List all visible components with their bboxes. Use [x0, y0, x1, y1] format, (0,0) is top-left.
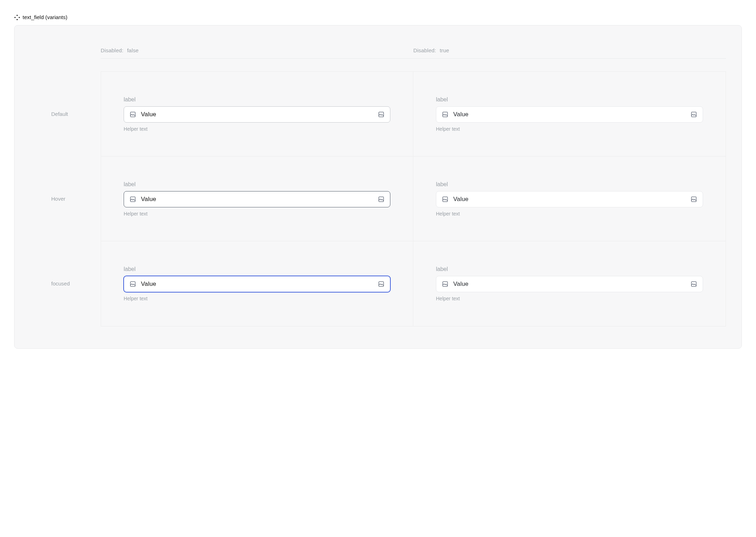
leading-image-icon: [130, 281, 136, 287]
leading-image-icon: [130, 196, 136, 202]
text-field-input: Value: [436, 191, 703, 207]
variant-cell: label Value Helper text: [413, 72, 726, 157]
variants-grid: label Value Helper text label: [101, 71, 726, 326]
column-headers: Disabled false Disabled true: [101, 47, 726, 59]
variant-cell: label Value Helper text: [101, 241, 413, 326]
row-header-label: focused: [51, 281, 70, 287]
text-field-helper: Helper text: [124, 211, 390, 217]
leading-image-icon: [442, 281, 448, 287]
column-header-disabled-false: Disabled false: [101, 47, 413, 53]
text-field-helper: Helper text: [436, 211, 703, 217]
column-property-value: true: [440, 47, 449, 53]
text-field-value: Value: [453, 281, 686, 288]
text-field-helper: Helper text: [436, 126, 703, 132]
text-field-value: Value: [141, 111, 373, 118]
svg-rect-1: [14, 17, 16, 18]
column-header-disabled-true: Disabled true: [413, 47, 726, 53]
text-field-value: Value: [141, 281, 373, 288]
row-header-hover: Hover: [30, 156, 101, 241]
trailing-image-icon: [378, 111, 384, 118]
variant-cell: label Value Helper text: [413, 241, 726, 326]
trailing-image-icon: [378, 281, 384, 287]
trailing-image-icon: [691, 281, 697, 287]
component-name: text_field (variants): [23, 14, 67, 20]
row-header-label: Default: [51, 111, 68, 117]
leading-image-icon: [442, 196, 448, 202]
row-header-label: Hover: [51, 196, 65, 202]
text-field-value: Value: [453, 111, 686, 118]
text-field-label: label: [436, 181, 703, 188]
trailing-image-icon: [691, 196, 697, 202]
leading-image-icon: [442, 111, 448, 118]
text-field-label: label: [124, 181, 390, 188]
leading-image-icon: [130, 111, 136, 118]
text-field-input[interactable]: Value: [124, 106, 390, 123]
row-header-default: Default: [30, 71, 101, 156]
variant-cell: label Value Helper text: [101, 72, 413, 157]
row-headers: Default Hover focused: [30, 71, 101, 326]
text-field-input[interactable]: Value: [124, 276, 390, 292]
variants-canvas: Disabled false Disabled true Default Hov…: [14, 25, 742, 349]
text-field-value: Value: [453, 196, 686, 203]
column-property-value: false: [127, 47, 139, 53]
text-field-label: label: [436, 266, 703, 272]
text-field-input[interactable]: Value: [124, 191, 390, 207]
variants-icon: [14, 14, 20, 20]
svg-rect-3: [16, 19, 18, 20]
column-property-name: Disabled: [413, 47, 436, 53]
column-property-name: Disabled: [101, 47, 123, 53]
text-field-label: label: [436, 96, 703, 103]
text-field-helper: Helper text: [124, 296, 390, 301]
text-field-value: Value: [141, 196, 373, 203]
text-field-helper: Helper text: [124, 126, 390, 132]
component-frame-header: text_field (variants): [14, 14, 742, 20]
trailing-image-icon: [691, 111, 697, 118]
trailing-image-icon: [378, 196, 384, 202]
variant-cell: label Value Helper text: [101, 157, 413, 241]
svg-rect-2: [18, 17, 20, 18]
text-field-helper: Helper text: [436, 296, 703, 301]
row-header-focused: focused: [30, 241, 101, 326]
variant-cell: label Value Helper text: [413, 157, 726, 241]
svg-rect-0: [16, 14, 18, 16]
text-field-input: Value: [436, 276, 703, 292]
text-field-label: label: [124, 96, 390, 103]
text-field-input: Value: [436, 106, 703, 123]
text-field-label: label: [124, 266, 390, 272]
variant-table: Default Hover focused label Value: [30, 71, 726, 326]
